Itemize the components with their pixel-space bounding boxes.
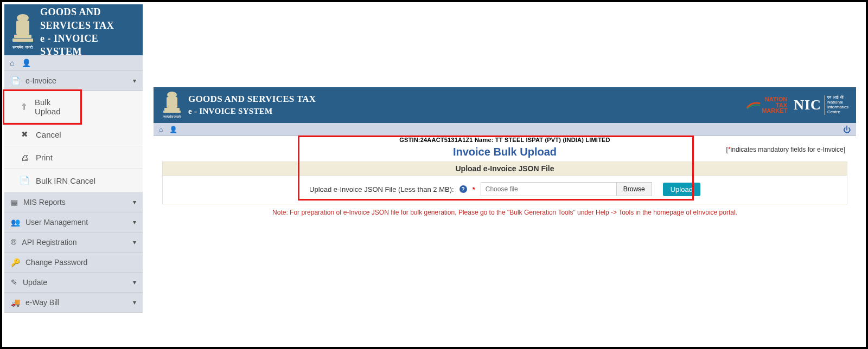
chevron-down-icon: ▾ (133, 299, 136, 306)
svg-rect-1 (167, 97, 177, 108)
home-icon[interactable]: ⌂ (10, 59, 14, 67)
home-icon[interactable]: ⌂ (159, 126, 163, 133)
page-iconbar: ⌂ 👤 ⏻ (154, 123, 856, 136)
registered-icon: ® (11, 238, 16, 247)
key-icon: 🔑 (11, 258, 20, 267)
page-title-line1: GOODS AND SERVICES TAX (188, 93, 316, 106)
upload-panel: Upload e-Invoice JSON File Upload e-Invo… (162, 161, 847, 204)
page-title-line2: e - INVOICE SYSTEM (188, 106, 316, 117)
sidebar-title-line2: e - INVOICE SYSTEM (40, 32, 136, 59)
upload-panel-header: Upload e-Invoice JSON File (163, 162, 847, 176)
svg-rect-5 (16, 21, 29, 35)
page-titles: GOODS AND SERVICES TAX e - INVOICE SYSTE… (188, 93, 316, 117)
list-icon: ▤ (11, 198, 18, 206)
file-x-icon: 📄 (20, 176, 29, 185)
file-input-group: Browse (481, 182, 652, 196)
emblem-caption: सत्यमेव जयते (161, 115, 183, 119)
users-icon: 👥 (11, 218, 20, 227)
sidebar-item-label: Bulk Upload (35, 98, 74, 116)
truck-icon: 🚚 (11, 298, 20, 307)
emblem-icon: सत्यमेव जयते (11, 12, 35, 51)
chevron-down-icon: ▾ (133, 218, 136, 226)
page-header: सत्यमेव जयते GOODS AND SERVICES TAX e - … (154, 87, 856, 123)
sidebar-title-line1: GOODS AND SERVICES TAX (40, 5, 136, 32)
upload-panel-body: Upload e-Invoice JSON File (Less than 2 … (163, 176, 847, 204)
file-input[interactable] (481, 182, 616, 196)
sidebar-cat-einvoice[interactable]: 📄e-Invoice ▾ (4, 71, 143, 91)
svg-rect-6 (14, 35, 31, 38)
browse-button[interactable]: Browse (616, 182, 652, 196)
sidebar-item-label: Cancel (36, 130, 61, 139)
ntm-line3: MARKET (762, 108, 787, 113)
edit-icon: ✎ (11, 278, 17, 287)
required-star: * (473, 185, 475, 193)
sidebar-cat-eway[interactable]: 🚚e-Way Bill ▾ (4, 293, 143, 313)
sidebar: सत्यमेव जयते GOODS AND SERVICES TAX e - … (4, 4, 143, 313)
chevron-down-icon: ▾ (133, 198, 136, 206)
close-icon: ✖ (20, 130, 29, 139)
user-icon[interactable]: 👤 (169, 126, 177, 133)
sidebar-item-print[interactable]: 🖨 Print (4, 146, 143, 169)
sidebar-cat-user-mgmt[interactable]: 👥User Management ▾ (4, 212, 143, 232)
sidebar-item-bulk-irn-cancel[interactable]: 📄 Bulk IRN Cancel (4, 169, 143, 192)
file-icon: 📄 (11, 76, 20, 85)
mandatory-fields-note: [*indicates mandatory fields for e-Invoi… (726, 146, 845, 153)
chevron-down-icon: ▾ (133, 279, 136, 286)
help-icon[interactable]: ? (459, 185, 467, 193)
sidebar-item-label: Print (36, 153, 53, 162)
sidebar-cat-label: Change Password (25, 258, 87, 267)
nic-logo: NIC एन आई सी National Informatics Centre (794, 95, 848, 114)
sidebar-cat-label: User Management (25, 218, 88, 227)
emblem-icon: सत्यमेव जयते (161, 91, 183, 120)
sidebar-cat-api-reg[interactable]: ®API Registration ▾ (4, 232, 143, 253)
upload-button[interactable]: Upload (663, 183, 700, 196)
upload-icon: ⇧ (20, 102, 28, 112)
user-icon[interactable]: 👤 (22, 59, 31, 67)
sidebar-item-label: Bulk IRN Cancel (36, 176, 95, 185)
page: सत्यमेव जयते GOODS AND SERVICES TAX e - … (154, 87, 856, 226)
sidebar-cat-label: e-Invoice (25, 76, 56, 85)
svg-rect-3 (163, 111, 181, 113)
sidebar-cat-label: API Registration (22, 238, 76, 247)
page-header-left: सत्यमेव जयते GOODS AND SERVICES TAX e - … (161, 91, 316, 120)
sidebar-cat-mis[interactable]: ▤MIS Reports ▾ (4, 192, 143, 212)
emblem-caption: सत्यमेव जयते (12, 45, 33, 50)
sidebar-titles: GOODS AND SERVICES TAX e - INVOICE SYSTE… (40, 5, 136, 58)
sidebar-cat-change-pw[interactable]: 🔑Change Password (4, 253, 143, 273)
content-block: GSTIN:24AACT5131A1Z1 Name: TT STEEL ISPA… (154, 136, 856, 226)
sidebar-item-bulk-upload[interactable]: ⇧ Bulk Upload (4, 91, 80, 123)
nic-subtext: एन आई सी National Informatics Centre (825, 95, 848, 114)
svg-rect-7 (12, 38, 33, 42)
print-icon: 🖨 (20, 153, 29, 162)
power-icon[interactable]: ⏻ (843, 125, 851, 134)
svg-point-4 (17, 14, 29, 22)
chevron-down-icon: ▾ (133, 77, 136, 85)
svg-rect-2 (164, 108, 180, 111)
page-header-right: NATION TAX MARKET NIC एन आई सी National … (746, 95, 848, 114)
swoosh-icon (746, 100, 761, 110)
preparation-note: Note: For preparation of e-Invoice JSON … (162, 204, 847, 221)
upload-label: Upload e-Invoice JSON File (Less than 2 … (309, 185, 454, 193)
account-info-line: GSTIN:24AACT5131A1Z1 Name: TT STEEL ISPA… (162, 136, 847, 144)
nation-tax-market-logo: NATION TAX MARKET (746, 96, 787, 113)
nic-text: NIC (794, 97, 821, 113)
chevron-down-icon: ▾ (133, 238, 136, 246)
sidebar-cat-label: e-Way Bill (25, 298, 60, 307)
sidebar-cat-label: MIS Reports (23, 198, 66, 206)
sidebar-cat-label: Update (23, 278, 47, 287)
sidebar-cat-update[interactable]: ✎Update ▾ (4, 273, 143, 293)
sidebar-header: सत्यमेव जयते GOODS AND SERVICES TAX e - … (4, 4, 143, 55)
sidebar-item-cancel[interactable]: ✖ Cancel (4, 123, 143, 146)
